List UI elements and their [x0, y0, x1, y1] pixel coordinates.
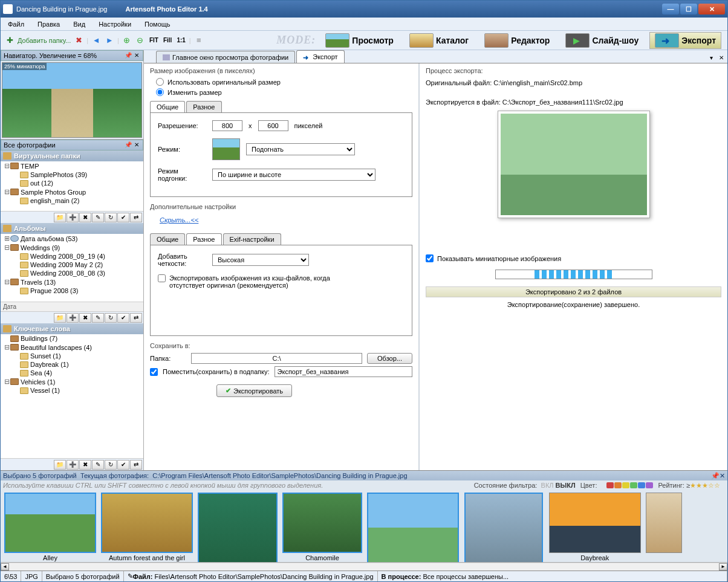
tree-item[interactable]: ⊟Travels (13) [1, 277, 143, 286]
tree-item[interactable]: Wedding 2008_08_08 (3) [1, 269, 143, 277]
tree-item[interactable]: Daybreak (1) [1, 360, 143, 369]
browse-button[interactable]: Обзор... [367, 353, 412, 364]
all-photos-header[interactable]: Все фотографии 📌 ✕ [1, 140, 143, 150]
subtab2-common[interactable]: Общие [150, 233, 185, 245]
pin-icon[interactable]: 📌 [711, 472, 720, 480]
btn-icon[interactable]: ✎ [92, 460, 104, 470]
btn-icon[interactable]: ↻ [105, 313, 117, 323]
next-icon[interactable]: ► [104, 35, 115, 46]
width-input[interactable] [212, 120, 242, 131]
panel-close-icon[interactable]: ✕ [133, 141, 140, 149]
mode-slideshow-button[interactable]: Слайд-шоу [561, 32, 643, 49]
mode-editor-button[interactable]: Редактор [479, 32, 554, 49]
menu-file[interactable]: Файл [4, 19, 28, 29]
thumbnail[interactable]: Alley [4, 493, 96, 561]
export-button[interactable]: Экспортировать [216, 384, 292, 397]
tree-item[interactable]: Prague 2008 (3) [1, 286, 143, 295]
scroll-right-icon[interactable]: ► [719, 563, 727, 571]
tree-item[interactable]: Sunset (1) [1, 352, 143, 360]
add-folder-icon[interactable]: ✚ [4, 35, 15, 46]
show-thumbs-checkbox[interactable] [426, 254, 434, 262]
btn-icon[interactable]: ↻ [105, 213, 117, 222]
scroll-left-icon[interactable]: ◄ [1, 563, 9, 571]
fit-mode-select[interactable]: Подогнать [246, 143, 355, 155]
fit-button[interactable]: FIT [148, 37, 160, 44]
tree-item[interactable]: SamplePhotos (39) [1, 170, 143, 179]
folders-tree[interactable]: ⊟TEMPSamplePhotos (39)out (12)⊟Sample Ph… [1, 161, 143, 211]
fill-button[interactable]: Fill [162, 37, 173, 44]
tree-item[interactable]: ⊟Sample Photos Group [1, 187, 143, 196]
tree-item[interactable]: Vessel (1) [1, 386, 143, 395]
btn-icon[interactable]: 📁 [54, 313, 66, 323]
thumbnail[interactable]: Dancing Building in Prague [464, 493, 544, 562]
prev-icon[interactable]: ◄ [91, 35, 102, 46]
pin-icon[interactable]: 📌 [125, 52, 132, 59]
tree-item[interactable]: ⊞Дата альбома (53) [1, 234, 143, 243]
albums-tree[interactable]: ⊞Дата альбома (53)⊟Weddings (9)Wedding 2… [1, 234, 143, 302]
thumbnail[interactable]: Autumn forest and the girl [101, 493, 193, 561]
color-filter[interactable] [606, 482, 653, 488]
btn-icon[interactable]: ⇄ [130, 313, 142, 323]
tree-item[interactable]: ⊟Vehicles (1) [1, 377, 143, 386]
tree-item[interactable]: Buildings (7) [1, 334, 143, 343]
thumbnail[interactable]: Cow [367, 493, 459, 562]
folders-header[interactable]: Виртуальные папки [1, 150, 143, 161]
tab-export[interactable]: ➜Экспорт [296, 50, 344, 63]
tree-item[interactable]: ⊟Beautiful landscapes (4) [1, 343, 143, 352]
subfolder-input[interactable] [275, 366, 412, 377]
thumbnail[interactable]: Chamomile [282, 493, 362, 561]
btn-icon[interactable]: ✎ [92, 213, 104, 222]
menu-edit[interactable]: Правка [34, 19, 63, 29]
panel-close-icon[interactable]: ✕ [133, 52, 140, 59]
btn-icon[interactable]: ✔ [117, 460, 129, 470]
tree-item[interactable]: Sea (4) [1, 369, 143, 377]
subfolder-checkbox[interactable] [150, 368, 158, 376]
albums-header[interactable]: Альбомы [1, 223, 143, 234]
add-folder-button[interactable]: Добавить папку... [18, 37, 71, 44]
btn-icon[interactable]: ↻ [105, 460, 117, 470]
hide-link[interactable]: Скрыть...<< [160, 216, 198, 224]
btn-icon[interactable]: ✖ [79, 213, 91, 222]
subtab-common[interactable]: Общие [150, 101, 185, 112]
mode-catalog-button[interactable]: Каталог [405, 32, 473, 49]
fit-by-select[interactable]: По ширине и высоте [212, 169, 375, 181]
folder-input[interactable] [191, 353, 362, 364]
btn-icon[interactable]: ✔ [117, 313, 129, 323]
mode-view-button[interactable]: Просмотр [320, 32, 398, 49]
subtab-misc[interactable]: Разное [186, 101, 221, 112]
btn-icon[interactable]: 📁 [54, 460, 66, 470]
btn-icon[interactable]: ✔ [117, 213, 129, 222]
list-icon[interactable]: ≡ [193, 35, 204, 46]
resize-radio[interactable] [156, 88, 164, 96]
btn-icon[interactable]: ⇄ [130, 460, 142, 470]
tree-item[interactable]: english_main (2) [1, 196, 143, 205]
strip-scrollbar[interactable]: ◄ ► [1, 562, 727, 571]
pin-icon[interactable]: 📌 [125, 141, 132, 149]
maximize-button[interactable]: ☐ [680, 4, 697, 15]
thumbnail[interactable]: Birds [198, 493, 278, 562]
cache-checkbox[interactable] [158, 274, 166, 282]
btn-icon[interactable]: ✎ [92, 313, 104, 323]
oneone-button[interactable]: 1:1 [175, 37, 186, 44]
tree-item[interactable]: ⊟TEMP [1, 161, 143, 170]
btn-icon[interactable]: ➕ [67, 213, 79, 222]
tree-item[interactable]: ⊟Weddings (9) [1, 243, 143, 252]
menu-help[interactable]: Помощь [141, 19, 174, 29]
rating-stars[interactable]: ★★★☆☆ [690, 482, 720, 489]
menu-settings[interactable]: Настройки [95, 19, 135, 29]
tree-item[interactable]: Wedding 2009 May 2 (2) [1, 260, 143, 269]
zoom-out-icon[interactable]: ⊖ [135, 35, 146, 46]
height-input[interactable] [258, 120, 288, 131]
thumbnail[interactable] [646, 493, 682, 554]
tab-main-view[interactable]: Главное окно просмотра фотографии [156, 51, 295, 63]
zoom-in-icon[interactable]: ⊕ [122, 35, 132, 46]
menu-view[interactable]: Вид [70, 19, 89, 29]
keywords-tree[interactable]: Buildings (7)⊟Beautiful landscapes (4)Su… [1, 334, 143, 458]
tree-item[interactable]: Wedding 2008_09_19 (4) [1, 252, 143, 260]
btn-icon[interactable]: ✖ [79, 460, 91, 470]
btn-icon[interactable]: ✖ [79, 313, 91, 323]
use-original-radio[interactable] [156, 78, 164, 86]
close-button[interactable]: ✕ [698, 4, 725, 15]
navigator-preview[interactable]: 25% миниатюра [1, 61, 143, 140]
keywords-header[interactable]: Ключевые слова [1, 323, 143, 334]
